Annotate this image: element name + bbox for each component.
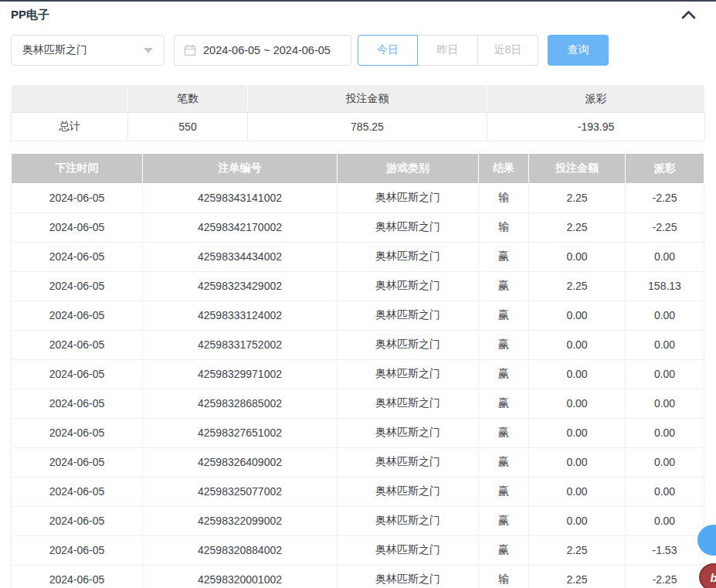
- cell-game-category: 奥林匹斯之门: [338, 359, 479, 389]
- collapse-button[interactable]: [681, 10, 696, 19]
- today-button[interactable]: 今日: [358, 35, 418, 66]
- cell-payout: 0.00: [626, 330, 704, 359]
- summary-total-bet-amount: 785.25: [248, 113, 487, 141]
- cell-payout: 0.00: [626, 506, 704, 535]
- table-body: 2024-06-05 42598343141002 奥林匹斯之门 输 2.25 …: [12, 183, 704, 588]
- cell-payout: 0.00: [626, 301, 704, 330]
- cell-payout: 0.00: [626, 477, 704, 506]
- table-row: 2024-06-05 42598327651002 奥林匹斯之门 赢 0.00 …: [12, 418, 704, 447]
- header-game-category: 游戏类别: [338, 154, 479, 183]
- cell-bet-id: 42598333124002: [143, 301, 338, 330]
- cell-bet-id: 42598326409002: [143, 447, 338, 477]
- cell-bet-amount: 0.00: [529, 418, 626, 447]
- cell-bet-id: 42598329971002: [143, 359, 338, 389]
- cell-bet-id: 42598334434002: [143, 242, 338, 271]
- cell-bet-amount: 0.00: [529, 389, 626, 418]
- table-row: 2024-06-05 42598329971002 奥林匹斯之门 赢 0.00 …: [12, 359, 704, 389]
- header-bet-amount: 投注金额: [529, 154, 626, 183]
- cell-payout: -2.25: [626, 212, 704, 242]
- header-bet-time: 下注时间: [12, 154, 143, 183]
- cell-result: 赢: [479, 242, 529, 271]
- panel-header: PP电子: [11, 2, 704, 26]
- cell-bet-amount: 2.25: [529, 271, 626, 301]
- cell-bet-time: 2024-06-05: [12, 359, 143, 389]
- summary-total-label: 总计: [12, 113, 128, 141]
- cell-result: 赢: [479, 506, 529, 535]
- cell-bet-time: 2024-06-05: [12, 418, 143, 447]
- last8days-button[interactable]: 近8日: [478, 35, 538, 66]
- cell-bet-time: 2024-06-05: [12, 271, 143, 301]
- cell-game-category: 奥林匹斯之门: [338, 212, 479, 242]
- pp-electronics-panel: PP电子 奥林匹斯之门 2024-06-05 ~ 2024-06-05: [0, 0, 716, 588]
- cell-payout: -2.25: [626, 565, 704, 588]
- cell-result: 赢: [479, 330, 529, 359]
- cell-payout: -2.25: [626, 183, 704, 212]
- cell-bet-time: 2024-06-05: [12, 506, 143, 535]
- cell-bet-time: 2024-06-05: [12, 301, 143, 330]
- cell-result: 赢: [479, 447, 529, 477]
- cell-game-category: 奥林匹斯之门: [338, 242, 479, 271]
- cell-game-category: 奥林匹斯之门: [338, 389, 479, 418]
- cell-bet-time: 2024-06-05: [12, 535, 143, 565]
- quick-date-group: 今日 昨日 近8日: [358, 35, 538, 66]
- summary-header-row: 笔数 投注金额 派彩: [12, 85, 705, 113]
- date-range-value: 2024-06-05 ~ 2024-06-05: [203, 44, 331, 56]
- cell-bet-amount: 0.00: [529, 477, 626, 506]
- cell-bet-id: 42598343141002: [143, 183, 338, 212]
- header-payout: 派彩: [626, 154, 704, 183]
- summary-total-payout: -193.95: [487, 113, 705, 141]
- cell-payout: 0.00: [626, 242, 704, 271]
- cell-result: 输: [479, 212, 529, 242]
- table-row: 2024-06-05 42598326409002 奥林匹斯之门 赢 0.00 …: [12, 447, 704, 477]
- cell-bet-amount: 0.00: [529, 330, 626, 359]
- query-button[interactable]: 查询: [548, 35, 609, 66]
- cell-bet-id: 42598322099002: [143, 506, 338, 535]
- cell-bet-amount: 2.25: [529, 535, 626, 565]
- cell-game-category: 奥林匹斯之门: [338, 447, 479, 477]
- cell-payout: 0.00: [626, 359, 704, 389]
- cell-bet-id: 42598328685002: [143, 389, 338, 418]
- table-row: 2024-06-05 42598320884002 奥林匹斯之门 赢 2.25 …: [12, 535, 704, 565]
- cell-result: 赢: [479, 389, 529, 418]
- cell-bet-id: 42598320001002: [143, 565, 338, 588]
- cell-result: 输: [479, 183, 529, 212]
- cell-bet-amount: 2.25: [529, 212, 626, 242]
- chevron-up-icon: [681, 10, 696, 19]
- header-bet-id: 注单编号: [143, 154, 338, 183]
- summary-header-count: 笔数: [128, 85, 248, 113]
- summary-total-row: 总计 550 785.25 -193.95: [12, 113, 705, 141]
- page-title: PP电子: [11, 8, 49, 22]
- cell-result: 赢: [479, 301, 529, 330]
- summary-header-blank: [12, 85, 128, 113]
- cell-bet-amount: 0.00: [529, 242, 626, 271]
- cell-payout: 0.00: [626, 389, 704, 418]
- cell-bet-amount: 0.00: [529, 447, 626, 477]
- cell-bet-id: 42598327651002: [143, 418, 338, 447]
- cell-game-category: 奥林匹斯之门: [338, 565, 479, 588]
- table-row: 2024-06-05 42598343141002 奥林匹斯之门 输 2.25 …: [12, 183, 704, 212]
- table-row: 2024-06-05 42598342170002 奥林匹斯之门 输 2.25 …: [12, 212, 704, 242]
- cell-result: 赢: [479, 418, 529, 447]
- cell-bet-amount: 0.00: [529, 359, 626, 389]
- cell-bet-time: 2024-06-05: [12, 565, 143, 588]
- calendar-icon: [184, 44, 196, 56]
- summary-total-count: 550: [128, 113, 248, 141]
- cell-game-category: 奥林匹斯之门: [338, 183, 479, 212]
- summary-table: 笔数 投注金额 派彩 总计 550 785.25 -193.95: [11, 84, 705, 141]
- cell-bet-id: 42598325077002: [143, 477, 338, 506]
- cell-game-category: 奥林匹斯之门: [338, 535, 479, 565]
- cell-bet-time: 2024-06-05: [12, 242, 143, 271]
- header-result: 结果: [479, 154, 529, 183]
- cell-bet-amount: 0.00: [529, 506, 626, 535]
- cell-bet-time: 2024-06-05: [12, 183, 143, 212]
- cell-bet-amount: 2.25: [529, 565, 626, 588]
- cell-bet-time: 2024-06-05: [12, 212, 143, 242]
- yesterday-button[interactable]: 昨日: [418, 35, 478, 66]
- cell-bet-amount: 2.25: [529, 183, 626, 212]
- cell-bet-time: 2024-06-05: [12, 477, 143, 506]
- cell-result: 赢: [479, 271, 529, 301]
- game-select[interactable]: 奥林匹斯之门: [11, 35, 165, 66]
- cell-bet-time: 2024-06-05: [12, 447, 143, 477]
- bet-records-table: 下注时间 注单编号 游戏类别 结果 投注金额 派彩 2024-06-05 425…: [11, 154, 704, 588]
- date-range-input[interactable]: 2024-06-05 ~ 2024-06-05: [174, 35, 351, 66]
